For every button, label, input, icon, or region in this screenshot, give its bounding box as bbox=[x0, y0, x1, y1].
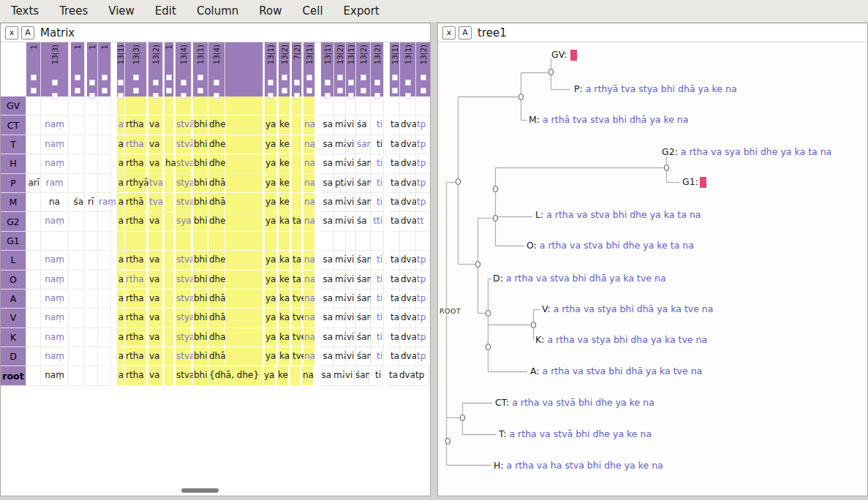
cell-T-dva[interactable]: dva bbox=[400, 135, 416, 154]
cell-V-sa[interactable]: sa bbox=[321, 308, 334, 327]
column-header-sp[interactable] bbox=[225, 42, 263, 96]
cell-A-tp[interactable]: tp bbox=[416, 289, 430, 308]
cell-P-ke[interactable]: ke bbox=[279, 174, 290, 193]
column-header-sam[interactable]: 13(2) bbox=[356, 42, 371, 96]
cell-GV-dva[interactable] bbox=[400, 96, 416, 115]
tree-node-circle[interactable] bbox=[486, 311, 490, 317]
cell-H-stva[interactable]: stva bbox=[176, 154, 192, 173]
cell-L-ke[interactable]: ka bbox=[279, 251, 290, 270]
cell-G2-ta2[interactable]: ta bbox=[390, 212, 400, 231]
cell-A-va[interactable]: va bbox=[148, 289, 163, 308]
cell-A-ke[interactable]: ka bbox=[279, 289, 290, 308]
cell-P-ma[interactable]: ptā bbox=[334, 174, 346, 193]
cell-P-nam[interactable]: raṃ bbox=[41, 174, 69, 193]
tree-leaf-H[interactable]: H: a rtha va ha stva bhi dhe ya ke na bbox=[494, 460, 663, 471]
cell-CT-nam[interactable]: naṃ bbox=[41, 115, 69, 135]
cell-D-na[interactable]: na bbox=[303, 347, 315, 366]
cell-P-sp[interactable] bbox=[225, 174, 263, 193]
menu-item-cell[interactable]: Cell bbox=[303, 4, 323, 18]
cell-D-ma[interactable]: mā bbox=[334, 347, 346, 366]
cell-M-ma[interactable]: mā bbox=[334, 193, 346, 212]
cell-D-sa2[interactable] bbox=[71, 347, 85, 366]
column-header-va[interactable]: 13(2) bbox=[148, 42, 163, 96]
cell-A-rtha[interactable]: rtha bbox=[125, 289, 147, 308]
row-header-G2[interactable]: G2 bbox=[1, 212, 26, 231]
cell-G1-ta[interactable] bbox=[292, 232, 302, 251]
cell-P-dhe[interactable]: dhā bbox=[208, 174, 225, 193]
cell-G1-sa[interactable] bbox=[321, 232, 334, 251]
tree-leaf-K[interactable]: K: a rtha va stya bhi dha ya ka tve na bbox=[535, 334, 707, 345]
cell-CT-rtha[interactable]: rtha bbox=[125, 115, 147, 135]
cell-GV-tp[interactable] bbox=[416, 96, 430, 115]
cell-G1-ha[interactable] bbox=[165, 232, 174, 251]
close-icon[interactable]: x bbox=[442, 26, 456, 39]
cell-M-va[interactable]: tva bbox=[148, 193, 163, 212]
cell-K-ta[interactable]: tve bbox=[292, 328, 302, 347]
cell-O-ri2[interactable] bbox=[87, 270, 98, 289]
menu-item-trees[interactable]: Trees bbox=[59, 4, 88, 18]
cell-K-ram2[interactable] bbox=[98, 328, 111, 347]
cell-P-stva[interactable]: stya bbox=[176, 174, 192, 193]
cell-O-dhe[interactable]: dhe bbox=[208, 270, 225, 289]
cell-root-dva[interactable]: dva bbox=[399, 366, 415, 385]
cell-H-ha[interactable]: ha bbox=[165, 154, 174, 173]
tree-leaf-D[interactable]: D: a rtha va stva bhi dhā ya ka tve na bbox=[493, 273, 666, 284]
cell-M-ari[interactable] bbox=[26, 193, 41, 212]
cell-M-bhi[interactable]: bhi bbox=[193, 193, 208, 212]
cell-P-ya[interactable]: ya bbox=[265, 174, 277, 193]
cell-T-ri2[interactable] bbox=[87, 135, 98, 154]
cell-G1-bhi[interactable] bbox=[193, 232, 208, 251]
cell-G1-sam[interactable] bbox=[356, 232, 371, 251]
cell-M-a[interactable]: a bbox=[117, 193, 125, 212]
cell-O-ti[interactable]: ti bbox=[371, 270, 384, 289]
cell-A-ari[interactable] bbox=[26, 289, 41, 308]
cell-M-stva[interactable]: stva bbox=[176, 193, 192, 212]
cell-K-ti[interactable]: ti bbox=[371, 328, 384, 347]
cell-root-ha[interactable] bbox=[165, 366, 174, 385]
cell-root-ti[interactable]: ti bbox=[369, 366, 382, 385]
cell-root-sam[interactable]: śaṃ bbox=[355, 366, 369, 385]
cell-G2-stva[interactable]: sya bbox=[176, 212, 192, 231]
tree-node-circle[interactable] bbox=[518, 94, 523, 100]
column-header-bhi[interactable]: 13(1) bbox=[193, 42, 208, 96]
cell-G1-a[interactable] bbox=[117, 232, 125, 251]
cell-CT-stva[interactable]: stvā bbox=[176, 115, 192, 135]
cell-L-sa2[interactable] bbox=[71, 251, 85, 270]
cell-H-ke[interactable]: ke bbox=[279, 154, 290, 173]
cell-O-ya[interactable]: ya bbox=[265, 270, 277, 289]
cell-H-sam[interactable]: śaṃ bbox=[356, 154, 371, 173]
cell-GV-ta2[interactable] bbox=[390, 96, 400, 115]
cell-T-ya[interactable]: ya bbox=[265, 135, 277, 154]
cell-root-ram2[interactable] bbox=[98, 366, 111, 385]
cell-D-dhe[interactable]: dhā bbox=[208, 347, 225, 366]
cell-A-ri2[interactable] bbox=[87, 289, 98, 308]
cell-V-vi[interactable]: vi bbox=[346, 308, 356, 327]
cell-root-sa[interactable]: sa bbox=[320, 366, 333, 385]
horizontal-scrollbar-thumb[interactable] bbox=[181, 488, 219, 493]
cell-V-na[interactable]: na bbox=[303, 308, 315, 327]
cell-L-tp[interactable]: tp bbox=[416, 251, 430, 270]
tree-leaf-M[interactable]: M: a rthā tva stva bhi dhā ya ke na bbox=[529, 114, 688, 125]
menu-item-column[interactable]: Column bbox=[197, 4, 238, 18]
cell-D-bhi[interactable]: bhi bbox=[193, 347, 208, 366]
row-header-K[interactable]: K bbox=[1, 328, 26, 347]
cell-M-tp[interactable]: tp bbox=[416, 193, 430, 212]
cell-G2-ti[interactable]: tti bbox=[371, 212, 384, 231]
abbreviate-button[interactable]: A bbox=[21, 26, 34, 39]
row-header-O[interactable]: O bbox=[1, 270, 26, 289]
cell-G2-dhe[interactable]: dhe bbox=[208, 212, 225, 231]
cell-G2-sam[interactable]: śa bbox=[356, 212, 371, 231]
cell-K-nam[interactable]: naṃ bbox=[41, 328, 69, 347]
cell-M-sa[interactable]: sa bbox=[321, 193, 334, 212]
cell-P-na[interactable]: na bbox=[303, 174, 315, 193]
cell-V-ya[interactable]: ya bbox=[265, 308, 277, 327]
cell-P-a[interactable]: a bbox=[117, 174, 125, 193]
cell-A-stva[interactable]: stva bbox=[176, 289, 192, 308]
cell-O-rtha[interactable]: rtha bbox=[125, 270, 147, 289]
column-header-stva[interactable]: 13(4) bbox=[176, 42, 192, 96]
tree-leaf-T[interactable]: T: a rtha va stvā bhi dhe ya ke na bbox=[498, 428, 652, 439]
cell-H-sa2[interactable] bbox=[71, 154, 85, 173]
cell-GV-dhe[interactable] bbox=[208, 96, 225, 115]
cell-O-ke[interactable]: ke bbox=[279, 270, 290, 289]
cell-P-ram2[interactable] bbox=[98, 174, 111, 193]
